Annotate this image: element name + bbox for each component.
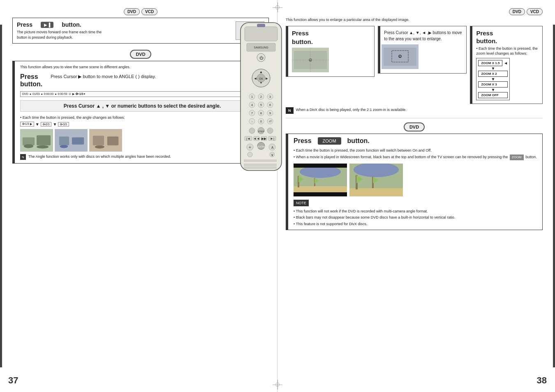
dvd-badge-2: DVD — [136, 52, 145, 57]
zoom-note1: Each time the button is pressed, the zoo… — [296, 148, 432, 152]
page-num-right: 38 — [537, 375, 547, 386]
disc-badges-section1: DVD VCD — [12, 8, 269, 15]
zoom-intro: This function allows you to enlarge a pa… — [286, 17, 543, 23]
zoom-note2-btn-illus: ZOOM — [510, 154, 524, 160]
zoom-level-2: ZOOM X 3 — [481, 83, 497, 86]
press-label-1: Press — [17, 21, 32, 28]
angle-bottom-note: N The Angle function works only with dis… — [20, 154, 264, 160]
svg-rect-72 — [244, 159, 277, 162]
svg-text:⏻: ⏻ — [259, 56, 263, 60]
zoom-onoff-button: button. — [347, 137, 370, 144]
vcd-badge-1: VCD — [145, 9, 154, 14]
bottom-note-indicator: NOTE — [296, 201, 306, 205]
dvd-badge-r2: DVD — [409, 125, 419, 129]
zoom-level-1: ZOOM X 2 — [481, 72, 497, 76]
svg-text:∨: ∨ — [271, 153, 273, 157]
note-bottom-1: Black bars may not disappear because som… — [296, 215, 456, 219]
svg-text:7: 7 — [251, 111, 253, 115]
svg-point-3 — [24, 144, 33, 148]
zoom-current-arrow: ◄ — [504, 61, 508, 65]
svg-text:8: 8 — [260, 111, 262, 115]
dvd-badge-r1: DVD — [513, 9, 521, 14]
vcd-badge-r1: VCD — [530, 9, 539, 14]
step2-indicator — [378, 26, 380, 73]
angle-intro: This function allows you to view the sam… — [20, 65, 264, 70]
svg-rect-11 — [107, 137, 118, 145]
svg-rect-6 — [59, 137, 69, 145]
svg-text:◄◄: ◄◄ — [253, 137, 260, 141]
svg-text:⏎: ⏎ — [268, 120, 271, 123]
zoom-note2-end: button. — [525, 155, 537, 159]
section-left-indicator — [13, 61, 15, 163]
svg-text:+: + — [309, 59, 311, 62]
divx-note: When a DivX disc is being played, only t… — [296, 107, 407, 113]
zoom-step3-button: button. — [476, 37, 497, 44]
svg-text:OK: OK — [259, 77, 263, 80]
button-illus-1: ▶▐ — [41, 22, 53, 28]
svg-text:◄: ◄ — [253, 76, 257, 81]
zoom-step1-press: Press — [292, 30, 309, 37]
button-label-1: button. — [62, 21, 81, 28]
svg-text:∧: ∧ — [271, 145, 273, 150]
zoom-step3-press: Press — [476, 30, 493, 37]
svg-text:3: 3 — [269, 95, 271, 99]
angle-step2: Press Cursor ▲ , ▼ or numeric buttons to… — [64, 103, 221, 109]
svg-text:►|: ►| — [270, 137, 274, 141]
svg-text:+: + — [249, 145, 251, 150]
svg-point-54 — [267, 128, 273, 134]
angle-images — [20, 129, 264, 152]
svg-rect-15 — [257, 24, 265, 27]
zoom-before-image — [294, 164, 347, 196]
svg-text:4: 4 — [251, 103, 253, 107]
svg-rect-14 — [245, 27, 278, 41]
svg-point-69 — [247, 152, 252, 157]
svg-text:|◄: |◄ — [246, 137, 250, 141]
right-page: DVD VCD This function allows you to enla… — [278, 0, 555, 392]
zoom-step1-image: + — [292, 48, 329, 72]
zoom-onoff-indicator — [286, 134, 288, 230]
page-container: DVD VCD Press ▶▐ button. The picture mov… — [0, 0, 555, 392]
svg-point-51 — [249, 128, 255, 134]
svg-rect-2 — [37, 136, 51, 145]
svg-point-4 — [37, 145, 49, 149]
svg-text:ZOOM: ZOOM — [257, 145, 265, 148]
right-side-bar — [553, 25, 555, 367]
divx-note-indicator: N — [288, 108, 291, 113]
svg-text:SAMSUNG: SAMSUNG — [254, 46, 268, 49]
svg-text:0: 0 — [260, 120, 262, 123]
playback-icon-dvd: DVD — [22, 92, 28, 95]
left-side-bar — [0, 25, 2, 367]
remote-control: SAMSUNG ⏻ ▲ ▼ ◄ ► OK 1 2 3 4 — [236, 21, 286, 177]
press-label-2: Press — [20, 73, 38, 80]
step1-indicator — [286, 26, 288, 76]
button-label-2: button. — [20, 81, 42, 88]
svg-rect-73 — [244, 164, 277, 166]
svg-text:▶▶: ▶▶ — [261, 137, 267, 141]
svg-text:6: 6 — [269, 103, 271, 107]
step3-indicator — [470, 26, 472, 104]
zoom-step2-text: Press Cursor ▲, ▼, ◄ ,▶ buttons to move … — [384, 30, 462, 41]
step-forward-box: Press ▶▐ button. The picture moves forwa… — [12, 18, 269, 44]
zoom-step2-image: + — [382, 44, 419, 69]
angle-note-text: Each time the button is pressed, the ang… — [23, 115, 125, 120]
svg-text:▲: ▲ — [259, 70, 263, 74]
page-num-left: 37 — [8, 375, 18, 386]
note-bottom-0: This function will not work if the DVD i… — [296, 209, 428, 213]
zoom-comparison-images — [294, 164, 538, 196]
svg-rect-74 — [244, 166, 277, 169]
cursor-instruction: Press Cursor ▶ button to move to ANGLE (… — [51, 74, 156, 79]
svg-text:+: + — [399, 55, 401, 59]
svg-rect-7 — [72, 138, 84, 145]
angle-section: This function allows you to view the sam… — [12, 61, 269, 164]
svg-text:►: ► — [265, 76, 268, 81]
zoom-level-3: ZOOM OFF — [481, 93, 498, 97]
svg-point-12 — [95, 145, 104, 149]
zoom-step3-note: • — [476, 46, 477, 51]
svg-text:1: 1 — [251, 95, 253, 99]
svg-text:-: - — [251, 120, 252, 123]
svg-rect-95 — [294, 192, 347, 196]
zoom-note2: When a movie is played in Widescreen for… — [296, 155, 508, 159]
section-divider — [286, 118, 543, 118]
svg-rect-94 — [294, 164, 347, 168]
zoom-onoff-section: Press ZOOM button. • Each time the butto… — [286, 134, 543, 231]
